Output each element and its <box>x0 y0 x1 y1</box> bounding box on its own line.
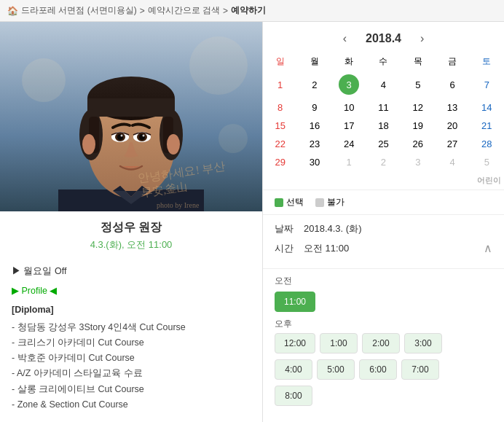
next-month-label: 어린이 <box>435 171 504 189</box>
pm-time-button[interactable]: 6:00 <box>359 359 397 380</box>
svg-point-1 <box>22 58 66 102</box>
profile-section: ▶ 월요일 Off ▶ Profile ◀ [Diploma] - 청담동 강성… <box>0 257 262 422</box>
calendar-body: 1234567891011121314151617181920212223242… <box>263 71 504 189</box>
booking-date-label: 날짜 <box>275 222 304 235</box>
pm-time-button[interactable]: 7:00 <box>401 359 439 380</box>
calendar-day-cell[interactable]: 21 <box>470 117 504 135</box>
legend-available-label: 선택 <box>286 196 304 208</box>
time-toggle-icon[interactable]: ∧ <box>484 241 492 255</box>
calendar-day-cell[interactable]: 4 <box>366 71 401 98</box>
calendar-day-cell[interactable]: 3 <box>401 153 435 171</box>
calendar-day-cell[interactable]: 5 <box>470 153 504 171</box>
svg-text:photo by Irene: photo by Irene <box>157 201 200 209</box>
pm-time-grid-row2: 4:005:006:007:00 <box>275 359 492 380</box>
calendar-empty-cell <box>263 171 435 189</box>
calendar-day-cell[interactable]: 1 <box>332 153 366 171</box>
cal-header-tue: 화 <box>332 52 366 71</box>
pm-time-button[interactable]: 12:00 <box>275 333 315 353</box>
calendar-day-cell[interactable]: 1 <box>263 71 297 98</box>
calendar-day-cell[interactable]: 13 <box>435 98 469 117</box>
calendar-day-cell[interactable]: 11 <box>366 98 401 117</box>
calendar-day-cell[interactable]: 19 <box>401 117 435 135</box>
am-time-button[interactable]: 11:00 <box>275 292 315 312</box>
stylist-image-svg: 안녕하세요! 부산 早安,釜山 photo by Irene <box>0 22 262 211</box>
pm-time-button[interactable]: 5:00 <box>317 359 355 380</box>
profile-suffix: ◀ <box>47 286 57 296</box>
calendar-day-cell[interactable]: 2 <box>366 153 401 171</box>
svg-point-22 <box>82 134 95 155</box>
am-time-slots: 오전 11:00 오후 12:001:002:003:00 4:005:006:… <box>263 269 504 418</box>
calendar-day-cell[interactable]: 22 <box>263 135 297 153</box>
calendar-day-cell[interactable]: 25 <box>366 135 401 153</box>
calendar-day-cell[interactable]: 8 <box>263 98 297 117</box>
calendar-day-cell[interactable]: 9 <box>297 98 331 117</box>
cal-header-mon: 월 <box>297 52 331 71</box>
pm-time-button[interactable]: 8:00 <box>275 386 312 406</box>
legend-unavailable-dot <box>315 198 324 207</box>
svg-point-20 <box>121 135 123 137</box>
pm-label: 오후 <box>275 318 492 330</box>
calendar-day-cell[interactable]: 10 <box>332 98 366 117</box>
calendar-day-cell[interactable]: 3 <box>332 71 366 98</box>
cal-header-fri: 금 <box>435 52 469 71</box>
calendar-day-cell[interactable]: 14 <box>470 98 504 117</box>
svg-point-23 <box>167 134 180 155</box>
stylist-name: 정성우 원장 <box>0 220 262 235</box>
calendar-week-row: 891011121314 <box>263 98 504 117</box>
cal-header-sun: 일 <box>263 52 297 71</box>
calendar-header: ‹ 2018.4 › <box>263 22 504 52</box>
calendar-day-cell[interactable]: 16 <box>297 117 331 135</box>
breadcrumb-step1: 예약시간으로 검색 <box>148 4 220 17</box>
calendar-next-month-row: 어린이 <box>263 171 504 189</box>
cal-title: 2018.4 <box>366 32 401 45</box>
pm-time-button[interactable]: 1:00 <box>320 333 358 353</box>
calendar-day-cell[interactable]: 20 <box>435 117 469 135</box>
diploma-label: [Diploma] <box>12 302 251 319</box>
legend: 선택 불가 <box>263 189 504 215</box>
booking-info: 날짜 2018.4.3. (화) 시간 오전 11:00 ∧ <box>263 215 504 269</box>
calendar-day-cell[interactable]: 28 <box>470 135 504 153</box>
main-container: 안녕하세요! 부산 早安,釜山 photo by Irene 정성우 원장 4.… <box>0 22 504 422</box>
svg-point-3 <box>218 124 248 153</box>
legend-unavailable-label: 불가 <box>327 196 344 208</box>
calendar-day-cell[interactable]: 17 <box>332 117 366 135</box>
am-label: 오전 <box>275 275 492 287</box>
profile-label: Profile <box>21 286 47 296</box>
calendar-day-cell[interactable]: 29 <box>263 153 297 171</box>
cal-prev-button[interactable]: ‹ <box>339 31 351 47</box>
calendar-day-cell[interactable]: 2 <box>297 71 331 98</box>
stylist-datetime: 4.3.(화), 오전 11:00 <box>0 238 262 251</box>
am-time-grid: 11:00 <box>275 292 492 312</box>
diploma-item: - A/Z 아카데미 스타일교육 수료 <box>12 366 251 381</box>
calendar-day-cell[interactable]: 7 <box>470 71 504 98</box>
calendar-day-cell[interactable]: 18 <box>366 117 401 135</box>
calendar-day-cell[interactable]: 26 <box>401 135 435 153</box>
legend-available: 선택 <box>275 196 304 208</box>
selected-day: 3 <box>339 74 359 95</box>
legend-unavailable: 불가 <box>315 196 344 208</box>
calendar-day-cell[interactable]: 6 <box>435 71 469 98</box>
calendar-day-cell[interactable]: 12 <box>401 98 435 117</box>
profile-prefix: ▶ <box>12 286 21 296</box>
calendar-day-cell[interactable]: 5 <box>401 71 435 98</box>
pm-time-grid-row3: 8:00 <box>275 386 492 406</box>
cal-next-button[interactable]: › <box>416 31 428 47</box>
calendar-day-cell[interactable]: 30 <box>297 153 331 171</box>
breadcrumb-sep2: > <box>223 6 228 16</box>
calendar-day-cell[interactable]: 15 <box>263 117 297 135</box>
home-icon: 🏠 <box>7 6 18 16</box>
calendar-day-cell[interactable]: 24 <box>332 135 366 153</box>
off-day: ▶ 월요일 Off <box>12 263 251 280</box>
booking-date-value: 2018.4.3. (화) <box>304 222 492 235</box>
pm-time-button[interactable]: 2:00 <box>362 333 400 353</box>
diploma-item: - 청담동 강성우 3Story 4인4색 Cut Course <box>12 320 251 335</box>
calendar-day-cell[interactable]: 4 <box>435 153 469 171</box>
pm-time-button[interactable]: 3:00 <box>404 333 442 353</box>
svg-point-21 <box>143 135 145 137</box>
calendar-day-cell[interactable]: 27 <box>435 135 469 153</box>
breadcrumb-step2: 예약하기 <box>231 4 266 17</box>
pm-time-button[interactable]: 4:00 <box>275 359 312 380</box>
calendar-day-cell[interactable]: 23 <box>297 135 331 153</box>
pm-time-grid-row1: 12:001:002:003:00 <box>275 333 492 353</box>
breadcrumb-sep1: > <box>140 6 145 16</box>
